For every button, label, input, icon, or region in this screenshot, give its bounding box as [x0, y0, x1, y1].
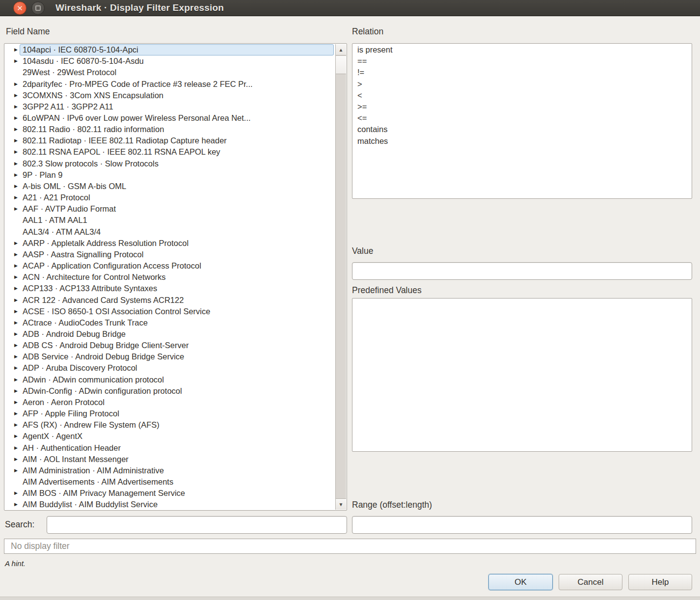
- expand-arrow-icon[interactable]: ▶: [5, 116, 20, 120]
- expand-arrow-icon[interactable]: ▶: [5, 105, 20, 109]
- field-row[interactable]: ▶ ADB · Android Debug Bridge: [5, 328, 335, 340]
- expand-arrow-icon[interactable]: ▶: [5, 411, 20, 416]
- expand-arrow-icon[interactable]: ▶: [5, 173, 20, 177]
- expand-arrow-icon[interactable]: ▶: [5, 252, 20, 257]
- field-row[interactable]: ▶ AAL3/4 · ATM AAL3/4: [5, 226, 335, 238]
- field-row[interactable]: ▶ 104apci · IEC 60870-5-104-Apci: [5, 44, 335, 55]
- field-row[interactable]: ▶ ADB CS · Android Debug Bridge Client-S…: [5, 340, 335, 351]
- cancel-button[interactable]: Cancel: [559, 574, 622, 590]
- range-input[interactable]: [352, 516, 692, 534]
- field-row[interactable]: ▶ ACtrace · AudioCodes Trunk Trace: [5, 317, 335, 328]
- expand-arrow-icon[interactable]: ▶: [5, 150, 20, 154]
- scroll-up-icon[interactable]: ▲: [336, 44, 346, 55]
- field-row[interactable]: ▶ ADP · Aruba Discovery Protocol: [5, 362, 335, 374]
- ok-button[interactable]: OK: [488, 574, 553, 590]
- help-button[interactable]: Help: [628, 574, 692, 590]
- expand-arrow-icon[interactable]: ▶: [5, 321, 20, 325]
- relation-item[interactable]: <=: [353, 112, 691, 124]
- field-row[interactable]: ▶ AAF · AVTP Audio Format: [5, 203, 335, 215]
- field-row[interactable]: ▶ 104asdu · IEC 60870-5-104-Asdu: [5, 55, 335, 67]
- expand-arrow-icon[interactable]: ▶: [5, 457, 20, 462]
- field-row[interactable]: ▶ 3COMXNS · 3Com XNS Encapsulation: [5, 90, 335, 101]
- expand-arrow-icon[interactable]: ▶: [5, 138, 20, 143]
- field-row[interactable]: ▶ 2dparityfec · Pro-MPEG Code of Practic…: [5, 78, 335, 89]
- field-row[interactable]: ▶ ACAP · Application Configuration Acces…: [5, 260, 335, 272]
- field-row[interactable]: ▶ AARP · Appletalk Address Resolution Pr…: [5, 238, 335, 249]
- field-row[interactable]: ▶ A21 · A21 Protocol: [5, 192, 335, 203]
- expand-arrow-icon[interactable]: ▶: [5, 355, 20, 359]
- field-row[interactable]: ▶ ACP133 · ACP133 Attribute Syntaxes: [5, 283, 335, 294]
- field-row[interactable]: ▶ AgentX · AgentX: [5, 431, 335, 442]
- relation-item[interactable]: >=: [353, 101, 691, 112]
- expand-arrow-icon[interactable]: ▶: [5, 59, 20, 63]
- field-row[interactable]: ▶ AH · Authentication Header: [5, 442, 335, 453]
- field-row[interactable]: ▶ 3GPP2 A11 · 3GPP2 A11: [5, 101, 335, 112]
- field-row[interactable]: ▶ AIM Administration · AIM Administrativ…: [5, 465, 335, 476]
- relation-item[interactable]: >: [353, 79, 691, 90]
- field-row[interactable]: ▶ AIM Buddylist · AIM Buddylist Service: [5, 499, 335, 510]
- expand-arrow-icon[interactable]: ▶: [5, 468, 20, 473]
- field-row[interactable]: ▶ Aeron · Aeron Protocol: [5, 397, 335, 408]
- relation-item[interactable]: <: [353, 90, 691, 101]
- field-row[interactable]: ▶ ACSE · ISO 8650-1 OSI Association Cont…: [5, 306, 335, 317]
- field-row[interactable]: ▶ AFP · Apple Filing Protocol: [5, 408, 335, 419]
- maximize-icon[interactable]: [31, 1, 45, 15]
- field-row[interactable]: ▶ ACN · Architecture for Control Network…: [5, 272, 335, 283]
- field-row[interactable]: ▶ AIM BOS · AIM Privacy Management Servi…: [5, 488, 335, 499]
- relation-list[interactable]: is present == != > < >= <=: [352, 43, 692, 199]
- expand-arrow-icon[interactable]: ▶: [5, 184, 20, 189]
- field-row[interactable]: ▶ 802.11 Radiotap · IEEE 802.11 Radiotap…: [5, 135, 335, 146]
- relation-item[interactable]: is present: [353, 44, 691, 55]
- expand-arrow-icon[interactable]: ▶: [5, 423, 20, 427]
- search-input[interactable]: [47, 516, 347, 534]
- expand-arrow-icon[interactable]: ▶: [5, 389, 20, 393]
- expand-arrow-icon[interactable]: ▶: [5, 241, 20, 245]
- expand-arrow-icon[interactable]: ▶: [5, 378, 20, 382]
- field-name-list[interactable]: ▶ 104apci · IEC 60870-5-104-Apci ▶ 104as…: [4, 43, 347, 511]
- expand-arrow-icon[interactable]: ▶: [5, 127, 20, 132]
- expand-arrow-icon[interactable]: ▶: [5, 275, 20, 279]
- field-row[interactable]: ▶ A-bis OML · GSM A-bis OML: [5, 181, 335, 192]
- field-row[interactable]: ▶ AASP · Aastra Signalling Protocol: [5, 249, 335, 260]
- field-row[interactable]: ▶ AAL1 · ATM AAL1: [5, 215, 335, 226]
- field-row[interactable]: ▶ ADwin-Config · ADwin configuration pro…: [5, 385, 335, 397]
- field-row[interactable]: ▶ 9P · Plan 9: [5, 169, 335, 181]
- field-row[interactable]: ▶ AFS (RX) · Andrew File System (AFS): [5, 419, 335, 431]
- field-row[interactable]: ▶ ADB Service · Android Debug Bridge Ser…: [5, 351, 335, 362]
- field-row[interactable]: ▶ 802.11 Radio · 802.11 radio informatio…: [5, 124, 335, 135]
- expand-arrow-icon[interactable]: ▶: [5, 502, 20, 507]
- field-row[interactable]: ▶ 802.3 Slow protocols · Slow Protocols: [5, 158, 335, 169]
- expand-arrow-icon[interactable]: ▶: [5, 343, 20, 348]
- expand-arrow-icon[interactable]: ▶: [5, 366, 20, 370]
- scrollbar-thumb[interactable]: [336, 56, 346, 74]
- field-list-scrollbar[interactable]: ▲ ▼: [335, 44, 346, 510]
- relation-item[interactable]: matches: [353, 136, 691, 147]
- field-row[interactable]: ▶ AIM · AOL Instant Messenger: [5, 454, 335, 465]
- expand-arrow-icon[interactable]: ▶: [5, 400, 20, 405]
- expand-arrow-icon[interactable]: ▶: [5, 309, 20, 314]
- expand-arrow-icon[interactable]: ▶: [5, 446, 20, 450]
- expand-arrow-icon[interactable]: ▶: [5, 286, 20, 291]
- field-row[interactable]: ▶ 6LoWPAN · IPv6 over Low power Wireless…: [5, 112, 335, 124]
- relation-item[interactable]: !=: [353, 67, 691, 78]
- close-icon[interactable]: ✕: [13, 1, 27, 15]
- expand-arrow-icon[interactable]: ▶: [5, 162, 20, 166]
- expand-arrow-icon[interactable]: ▶: [5, 195, 20, 200]
- field-row[interactable]: ▶ ACR 122 · Advanced Card Systems ACR122: [5, 294, 335, 305]
- field-row[interactable]: ▶ 802.11 RSNA EAPOL · IEEE 802.11 RSNA E…: [5, 146, 335, 158]
- expand-arrow-icon[interactable]: ▶: [5, 298, 20, 302]
- relation-item[interactable]: contains: [353, 124, 691, 135]
- scroll-down-icon[interactable]: ▼: [336, 498, 346, 510]
- expand-arrow-icon[interactable]: ▶: [5, 332, 20, 336]
- expand-arrow-icon[interactable]: ▶: [5, 48, 20, 52]
- field-row[interactable]: ▶ 29West · 29West Protocol: [5, 67, 335, 78]
- predefined-values-list[interactable]: [352, 298, 692, 452]
- expand-arrow-icon[interactable]: ▶: [5, 207, 20, 211]
- expand-arrow-icon[interactable]: ▶: [5, 264, 20, 268]
- relation-item[interactable]: ==: [353, 55, 691, 67]
- expand-arrow-icon[interactable]: ▶: [5, 434, 20, 438]
- field-row[interactable]: ▶ ADwin · ADwin communication protocol: [5, 374, 335, 385]
- field-row[interactable]: ▶ AIM Advertisements · AIM Advertisement…: [5, 476, 335, 488]
- expand-arrow-icon[interactable]: ▶: [5, 82, 20, 86]
- value-input[interactable]: [352, 262, 692, 280]
